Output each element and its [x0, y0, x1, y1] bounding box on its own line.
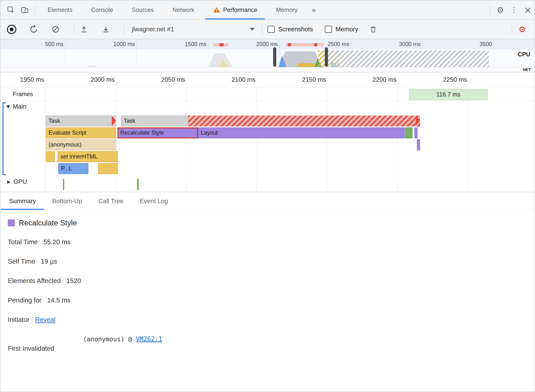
- reload-and-record-icon[interactable]: [27, 22, 40, 36]
- summary-title: Recalculate Style: [19, 219, 77, 227]
- kebab-menu-icon[interactable]: ⋮: [507, 3, 521, 17]
- main-track-header[interactable]: ▼ Main: [7, 103, 27, 110]
- tab-summary[interactable]: Summary: [1, 192, 44, 210]
- summary-row-total-time: Total Time 55.20 ms: [8, 238, 527, 246]
- tab-elements[interactable]: Elements: [38, 0, 82, 19]
- overview-tick-label: 500 ms: [17, 41, 64, 48]
- cpu-label: CPU: [518, 51, 530, 58]
- warning-icon: [213, 6, 220, 14]
- selection-handle-right[interactable]: [325, 47, 328, 67]
- frame-block[interactable]: 116.7 ms: [409, 89, 488, 100]
- divider: [124, 24, 124, 35]
- ruler-tick-label: 2150 ms: [279, 76, 326, 83]
- devtools-tab-bar: Elements Console Sources Network Perform…: [0, 0, 535, 20]
- tab-event-log[interactable]: Event Log: [131, 192, 176, 210]
- gpu-track-label: GPU: [14, 178, 27, 185]
- net-label: NET: [523, 67, 531, 72]
- long-task-arrow-icon: [416, 116, 420, 126]
- bar-set-innerhtml[interactable]: set innerHTML: [58, 151, 118, 162]
- tabbar-right-controls: ⚙ ⋮ ×: [487, 0, 535, 19]
- trash-icon[interactable]: [366, 22, 380, 36]
- tab-console[interactable]: Console: [82, 0, 122, 19]
- overview-unselected-left: [0, 49, 275, 68]
- legend-swatch: [8, 219, 15, 226]
- bar-parse-html[interactable]: P...L: [58, 163, 88, 174]
- bar-paint[interactable]: [405, 127, 413, 138]
- checkbox-box: [325, 26, 332, 33]
- tab-call-tree[interactable]: Call Tree: [90, 192, 131, 210]
- frames-track: Frames 116.7 ms: [0, 88, 535, 101]
- close-icon[interactable]: ×: [521, 3, 535, 17]
- tab-network[interactable]: Network: [163, 0, 204, 19]
- summary-row-pending-for: Pending for 14.5 ms: [8, 297, 527, 305]
- ruler-tick-label: 2250 ms: [420, 76, 467, 83]
- devtools-window: Elements Console Sources Network Perform…: [0, 0, 535, 392]
- main-track-label: Main: [13, 103, 27, 110]
- overview-tick-label: 2000 ms: [231, 41, 278, 48]
- tab-memory[interactable]: Memory: [267, 0, 307, 19]
- bar-anonymous[interactable]: (anonymous): [46, 139, 116, 150]
- bar-script-small[interactable]: [46, 151, 55, 162]
- ruler-tick-label: 2050 ms: [138, 76, 185, 83]
- net-strip: NET: [0, 67, 535, 72]
- screenshots-label: Screenshots: [278, 26, 313, 33]
- tab-bottom-up[interactable]: Bottom-Up: [44, 192, 90, 210]
- tab-sources[interactable]: Sources: [122, 0, 163, 19]
- bar-task-1[interactable]: Task: [46, 116, 116, 126]
- record-icon[interactable]: [5, 22, 19, 36]
- bar-style-sliver[interactable]: [414, 127, 418, 138]
- overview-gray-hatch: [328, 50, 489, 68]
- divider: [490, 5, 490, 15]
- history-dropdown[interactable]: jlwagner.net #1: [127, 23, 259, 36]
- summary-row-first-invalidated: (anonymous) @ VM262:1 First Invalidated: [8, 335, 527, 352]
- bar-style-sliver-2[interactable]: [417, 139, 420, 150]
- bar-evaluate-script[interactable]: Evaluate Script: [46, 127, 116, 138]
- bar-script-small-2[interactable]: [98, 163, 118, 174]
- memory-checkbox[interactable]: Memory: [325, 26, 358, 33]
- inspect-element-icon[interactable]: [4, 3, 18, 17]
- device-toolbar-icon[interactable]: [18, 3, 32, 17]
- overview-tick-label: 1500 ms: [160, 41, 206, 48]
- ruler-tick-label: 2000 ms: [68, 76, 115, 83]
- history-dropdown-value: jlwagner.net #1: [132, 26, 174, 33]
- vm-source-link[interactable]: VM262:1: [136, 335, 162, 343]
- main-expand-icon[interactable]: ▼: [7, 104, 10, 109]
- reveal-link[interactable]: Reveal: [35, 316, 56, 323]
- timeline-overview[interactable]: 500 ms 1000 ms 1500 ms 2000 ms 2500 ms 3…: [0, 39, 535, 72]
- flame-chart-area: ▼ Main Task Task Evaluate Script Recalcu…: [0, 101, 535, 192]
- dropdown-caret-icon: [250, 28, 255, 31]
- gpu-expand-icon[interactable]: ▶: [7, 179, 10, 184]
- ruler-tick-label: 1950 ms: [0, 76, 44, 83]
- main-track-selection-bracket: [3, 102, 6, 175]
- bar-recalculate-style[interactable]: Recalculate Style: [117, 127, 198, 138]
- gpu-track-header[interactable]: ▶ GPU: [7, 178, 27, 185]
- bar-long-task-stripes[interactable]: [188, 116, 420, 126]
- frames-track-label: Frames: [13, 91, 33, 98]
- detail-time-ruler: 1950 ms 2000 ms 2050 ms 2100 ms 2150 ms …: [0, 72, 535, 88]
- divider: [74, 24, 74, 35]
- divider: [512, 24, 512, 35]
- summary-row-self-time: Self Time 19 µs: [8, 258, 527, 266]
- clear-icon[interactable]: [49, 22, 62, 36]
- save-profile-icon[interactable]: [99, 22, 113, 36]
- long-task-arrow-icon: [112, 116, 116, 126]
- memory-label: Memory: [335, 26, 358, 33]
- more-tabs-chevron-icon[interactable]: »: [307, 3, 321, 17]
- screenshots-checkbox[interactable]: Screenshots: [268, 26, 313, 33]
- tab-performance[interactable]: Performance: [204, 0, 267, 19]
- long-task-indicator: [286, 43, 324, 46]
- summary-row-initiator: Initiator Reveal: [8, 316, 527, 324]
- load-profile-icon[interactable]: [77, 22, 91, 36]
- selection-handle-left[interactable]: [273, 47, 276, 67]
- ruler-tick-label: 2200 ms: [350, 76, 397, 83]
- bar-layout[interactable]: Layout: [198, 127, 405, 138]
- overview-tick-label: 3000 ms: [374, 41, 421, 48]
- bar-task-2[interactable]: Task: [121, 116, 188, 126]
- summary-legend: Recalculate Style: [8, 219, 527, 227]
- overview-tick-label: 3500: [445, 41, 492, 48]
- performance-toolbar: jlwagner.net #1 Screenshots Memory ⚙: [0, 20, 535, 39]
- divider: [262, 24, 263, 35]
- settings-gear-icon[interactable]: ⚙: [493, 3, 507, 17]
- details-tab-bar: Summary Bottom-Up Call Tree Event Log: [0, 192, 535, 210]
- capture-settings-gear-icon[interactable]: ⚙: [515, 22, 529, 36]
